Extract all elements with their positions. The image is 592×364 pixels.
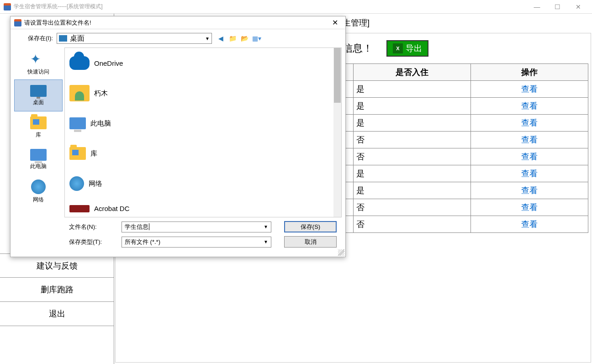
view-link[interactable]: 查看 [521,118,538,127]
globe-icon [31,179,46,194]
filetype-combo[interactable]: 所有文件 (*.*) ▼ [122,237,271,248]
filetype-value: 所有文件 (*.*) [125,238,160,246]
file-item-onedrive[interactable]: OneDrive [65,48,341,78]
browser-area: ✦ 快速访问 桌面 库 此电脑 网络 [14,47,342,217]
file-item-acrobat[interactable]: Acrobat DC [65,199,341,212]
file-name: Acrobat DC [94,205,130,212]
cell-checkedin: 是 [353,115,470,132]
acrobat-icon [69,205,90,212]
place-libraries[interactable]: 库 [14,111,63,143]
filename-value: 学生信息 [125,223,148,231]
place-label: 此电脑 [30,163,47,170]
cell-action: 查看 [470,199,588,216]
cell-action: 查看 [470,98,588,115]
chevron-down-icon: ▼ [264,239,268,244]
chevron-down-icon: ▼ [264,224,268,229]
folder-icon [69,147,86,160]
view-menu-icon[interactable]: ▦▾ [252,34,261,43]
back-icon[interactable]: ◀ [217,34,226,43]
file-item-this-pc[interactable]: 此电脑 [65,108,341,138]
content-title: 生管理] [343,17,370,28]
cloud-icon [69,56,90,70]
resize-grip[interactable] [338,249,344,256]
cell-action: 查看 [470,182,588,199]
file-list[interactable]: OneDrive 朽木 此电脑 库 网络 [64,47,342,217]
export-button-label: 导出 [406,43,422,54]
place-label: 网络 [33,196,44,204]
java-icon [4,3,11,11]
excel-icon: X [393,43,403,53]
cell-action: 查看 [470,132,588,148]
view-link[interactable]: 查看 [521,169,538,178]
view-link[interactable]: 查看 [521,135,538,144]
folder-icon [30,116,47,129]
cell-action: 查看 [470,148,588,165]
place-desktop[interactable]: 桌面 [14,79,63,111]
user-folder-icon [69,85,90,101]
view-link[interactable]: 查看 [521,84,538,94]
col-action: 操作 [470,64,588,81]
window-controls: — ☐ ✕ [527,0,588,14]
file-item-network[interactable]: 网络 [65,169,341,199]
dialog-close-button[interactable]: ✕ [328,18,342,27]
file-item-libraries[interactable]: 库 [65,138,341,169]
close-button[interactable]: ✕ [568,0,588,14]
star-icon: ✦ [30,52,47,66]
places-bar: ✦ 快速访问 桌面 库 此电脑 网络 [14,47,63,217]
cell-checkedin: 否 [353,132,470,148]
export-button[interactable]: X 导出 [386,40,428,57]
file-name: 网络 [89,179,102,188]
save-in-label: 保存在(I): [28,34,53,42]
save-dialog: 请设置导出位置和文件名! ✕ 保存在(I): 桌面 ▼ ◀ 📁 📂 ▦▾ ✦ 快… [10,16,346,257]
up-icon[interactable]: 📁 [228,34,238,43]
filename-row: 文件名(N): 学生信息 ▼ 保存(S) [69,221,340,232]
filename-input[interactable]: 学生信息 ▼ [122,222,271,232]
cell-checkedin: 否 [353,148,470,165]
file-name: 朽木 [94,89,108,98]
pc-icon [69,117,86,129]
cell-checkedin: 是 [353,182,470,199]
view-link[interactable]: 查看 [521,203,538,212]
main-window-title: 学生宿舍管理系统-----[系统管理模式] [14,3,103,11]
file-name: OneDrive [94,59,123,67]
sidebar-item-exit[interactable]: 退出 [0,302,114,326]
place-label: 桌面 [33,99,44,106]
minimize-button[interactable]: — [527,0,547,14]
dialog-body: 保存在(I): 桌面 ▼ ◀ 📁 📂 ▦▾ ✦ 快速访问 [11,29,345,257]
dialog-titlebar: 请设置导出位置和文件名! ✕ [11,16,345,29]
pc-icon [30,149,47,161]
dialog-bottom: 文件名(N): 学生信息 ▼ 保存(S) 保存类型(T): 所有文件 (*.*)… [14,217,342,253]
save-in-value: 桌面 [70,34,85,43]
main-titlebar: 学生宿舍管理系统-----[系统管理模式] — ☐ ✕ [0,0,592,14]
cell-action: 查看 [470,81,588,98]
file-item-user[interactable]: 朽木 [65,78,341,108]
new-folder-icon[interactable]: 📂 [240,34,249,43]
save-in-combo[interactable]: 桌面 ▼ [57,33,212,44]
place-quick-access[interactable]: ✦ 快速访问 [14,47,63,79]
scrollbar[interactable] [333,48,341,217]
filename-label: 文件名(N): [69,223,122,231]
save-in-row: 保存在(I): 桌面 ▼ ◀ 📁 📂 ▦▾ [14,33,342,44]
view-link[interactable]: 查看 [521,220,538,229]
file-name: 此电脑 [90,119,111,128]
cancel-button[interactable]: 取消 [284,236,337,248]
scrollbar-thumb[interactable] [334,48,341,103]
view-link[interactable]: 查看 [521,152,538,161]
maximize-button[interactable]: ☐ [547,0,568,14]
java-icon [14,19,21,26]
place-label: 库 [36,131,41,139]
view-link[interactable]: 查看 [521,186,538,195]
cell-action: 查看 [470,115,588,132]
sidebar-item-drop-db[interactable]: 删库跑路 [0,278,114,302]
cell-checkedin: 否 [353,199,470,216]
place-label: 快速访问 [27,68,49,76]
cell-action: 查看 [470,216,588,233]
save-button[interactable]: 保存(S) [284,221,337,232]
text-cursor [149,223,149,230]
filetype-row: 保存类型(T): 所有文件 (*.*) ▼ 取消 [69,236,340,248]
place-network[interactable]: 网络 [14,175,63,207]
place-this-pc[interactable]: 此电脑 [14,143,63,175]
desktop-icon [59,35,67,42]
view-link[interactable]: 查看 [521,101,538,111]
col-checkedin: 是否入住 [353,64,470,81]
